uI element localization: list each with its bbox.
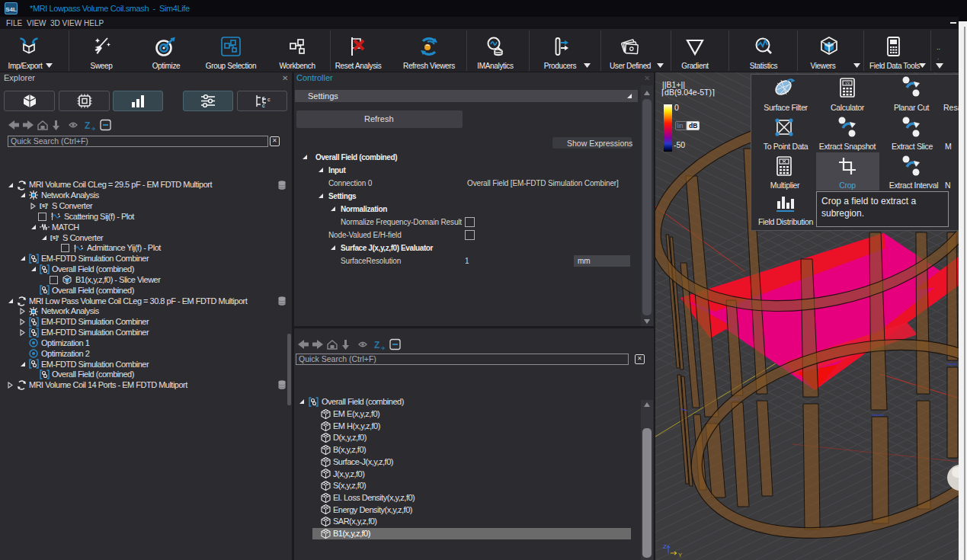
svg-text:√x: √x [845,81,850,85]
svg-text:Z: Z [374,340,379,350]
svg-text:c: c [262,95,265,101]
svg-text:Z: Z [85,120,90,131]
svg-text:c: c [262,103,265,108]
svg-text:S4L: S4L [5,6,17,13]
svg-text:Y: Y [678,552,682,558]
svg-text:c: c [267,97,271,102]
svg-text:Z: Z [663,543,667,550]
